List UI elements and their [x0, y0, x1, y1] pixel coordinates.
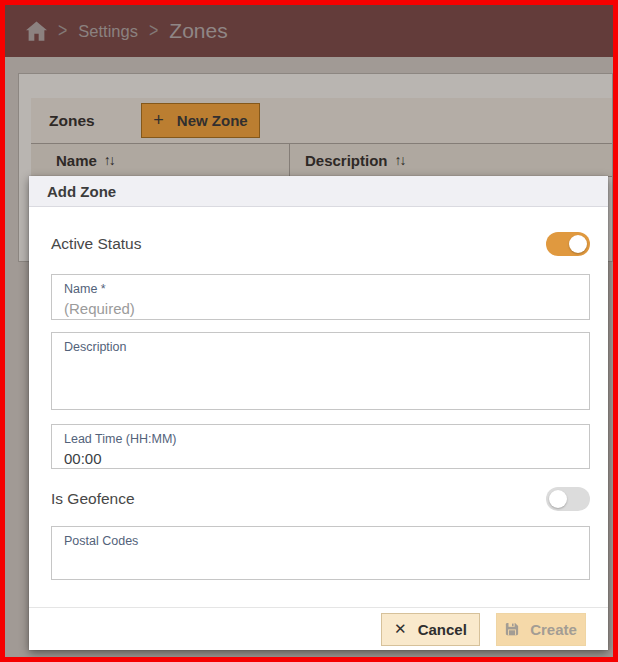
toggle-knob — [549, 490, 567, 508]
active-status-row: Active Status — [51, 229, 590, 259]
active-status-toggle[interactable] — [546, 232, 590, 256]
is-geofence-row: Is Geofence — [51, 485, 590, 513]
lead-time-field-value: 00:00 — [64, 448, 577, 469]
name-field-placeholder: (Required) — [64, 298, 577, 319]
toggle-knob — [569, 235, 587, 253]
modal-header: Add Zone — [29, 176, 608, 207]
postal-codes-field[interactable]: Postal Codes — [51, 526, 590, 580]
modal-title: Add Zone — [47, 183, 116, 200]
cancel-label: Cancel — [418, 621, 467, 638]
is-geofence-label: Is Geofence — [51, 490, 135, 508]
name-field-label: Name * — [64, 281, 577, 298]
save-icon — [505, 622, 519, 636]
description-field-label: Description — [64, 339, 577, 356]
name-field[interactable]: Name * (Required) — [51, 274, 590, 320]
create-label: Create — [530, 621, 577, 638]
lead-time-field-label: Lead Time (HH:MM) — [64, 431, 577, 448]
active-status-label: Active Status — [51, 235, 141, 253]
modal-body: Active Status Name * (Required) Descript… — [29, 229, 608, 580]
create-button[interactable]: Create — [496, 613, 586, 646]
is-geofence-toggle[interactable] — [546, 487, 590, 511]
add-zone-modal: Add Zone Active Status Name * (Required)… — [29, 176, 608, 650]
postal-codes-field-label: Postal Codes — [64, 533, 577, 550]
cancel-button[interactable]: ✕ Cancel — [381, 613, 480, 646]
description-field[interactable]: Description — [51, 332, 590, 410]
lead-time-field[interactable]: Lead Time (HH:MM) 00:00 — [51, 424, 590, 469]
modal-footer: ✕ Cancel Create — [29, 607, 608, 650]
close-icon: ✕ — [394, 620, 407, 638]
